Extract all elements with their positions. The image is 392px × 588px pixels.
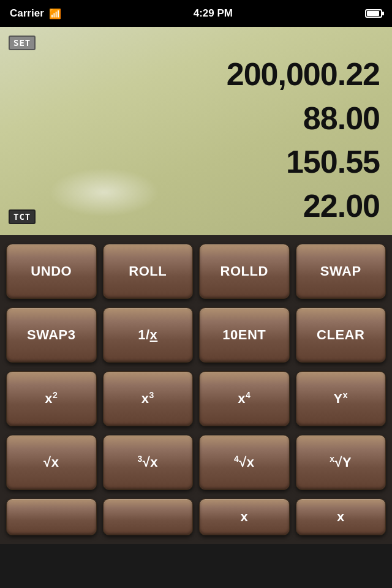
undo-label: UNDO <box>31 263 72 279</box>
status-bar: Carrier 📶 4:29 PM <box>0 0 392 27</box>
clear-label: CLEAR <box>317 327 364 343</box>
swap-button[interactable]: SWAP <box>296 244 386 299</box>
xrty-button[interactable]: x√Y <box>296 435 386 490</box>
x-fourth-button[interactable]: x4 <box>199 371 290 426</box>
key-row-5: x x <box>6 499 386 535</box>
display-row-3: 150.55 <box>286 145 380 179</box>
wifi-icon: 📶 <box>49 8 61 20</box>
key-row-1: UNDO ROLL ROLLD SWAP <box>6 244 386 299</box>
sqrt-button[interactable]: √x <box>6 435 97 490</box>
p3-button[interactable]: x <box>199 499 290 535</box>
sqrt-label: √x <box>43 454 59 470</box>
x-cubed-label: x3 <box>141 390 154 407</box>
p1-button[interactable] <box>6 499 97 535</box>
time-label: 4:29 PM <box>194 7 233 20</box>
calculator-display: SET 200,000.22 88.00 150.55 22.00 TCT <box>0 27 392 235</box>
keypad: UNDO ROLL ROLLD SWAP SWAP3 1/x 10ENT CLE… <box>0 235 392 544</box>
key-row-4: √x 3√x 4√x x√Y <box>6 435 386 490</box>
key-row-2: SWAP3 1/x 10ENT CLEAR <box>6 307 386 363</box>
tct-badge: TCT <box>9 209 36 224</box>
x-cubed-button[interactable]: x3 <box>103 371 194 426</box>
status-left: Carrier 📶 <box>10 7 61 20</box>
inv-x-button[interactable]: 1/x <box>103 307 194 363</box>
p4-label: x <box>337 509 345 525</box>
battery-icon <box>365 9 382 18</box>
cbrt-button[interactable]: 3√x <box>103 435 194 490</box>
roll-label: ROLL <box>129 263 167 279</box>
x-squared-button[interactable]: x2 <box>6 371 97 426</box>
p4-button[interactable]: x <box>296 499 386 535</box>
set-badge: SET <box>9 36 36 50</box>
x-squared-label: x2 <box>45 390 58 407</box>
display-row-4: 22.00 <box>303 189 380 224</box>
display-row-1: 200,000.22 <box>227 57 380 92</box>
cbrt-label: 3√x <box>137 454 158 471</box>
x-fourth-label: x4 <box>238 390 251 407</box>
key-row-3: x2 x3 x4 Yx <box>6 371 386 426</box>
carrier-label: Carrier <box>10 7 44 20</box>
status-right <box>365 9 382 18</box>
display-rows: 200,000.22 88.00 150.55 22.00 <box>7 34 380 228</box>
swap3-label: SWAP3 <box>27 327 76 343</box>
undo-button[interactable]: UNDO <box>6 244 97 299</box>
p2-button[interactable] <box>103 499 194 535</box>
rolld-button[interactable]: ROLLD <box>199 244 290 299</box>
10ent-button[interactable]: 10ENT <box>199 307 290 363</box>
10ent-label: 10ENT <box>222 327 266 343</box>
xrty-label: x√Y <box>330 454 352 471</box>
yx-button[interactable]: Yx <box>296 371 386 426</box>
display-row-2: 88.00 <box>303 101 380 136</box>
yx-label: Yx <box>334 390 348 407</box>
rolld-label: ROLLD <box>221 263 268 279</box>
p3-label: x <box>240 509 248 525</box>
4rt-button[interactable]: 4√x <box>199 435 290 490</box>
swap-label: SWAP <box>320 263 361 279</box>
roll-button[interactable]: ROLL <box>103 244 194 299</box>
battery-fill <box>367 11 379 16</box>
swap3-button[interactable]: SWAP3 <box>6 307 97 363</box>
4rt-label: 4√x <box>234 454 255 471</box>
clear-button[interactable]: CLEAR <box>296 307 386 363</box>
inv-x-label: 1/x <box>138 327 157 343</box>
